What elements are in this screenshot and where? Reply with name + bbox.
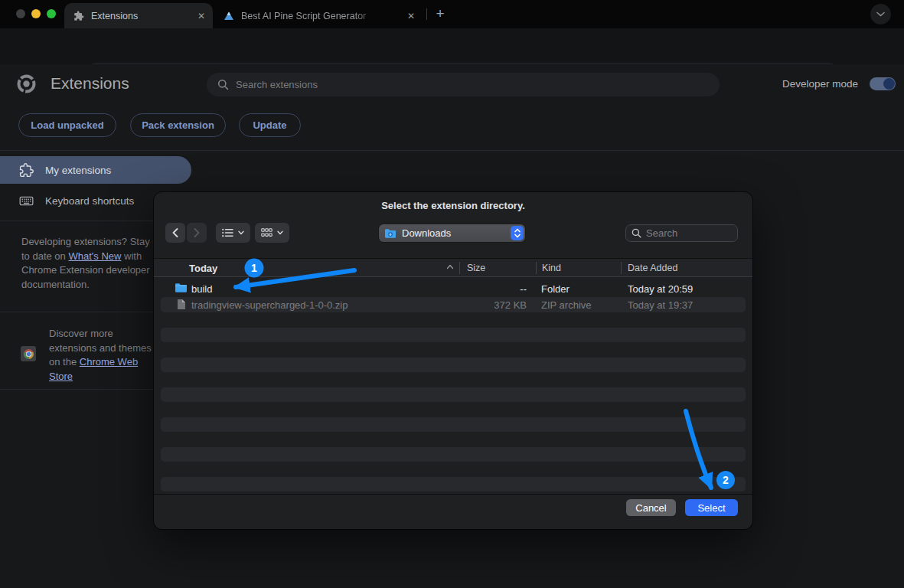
empty-row bbox=[161, 417, 746, 432]
chrome-web-store-icon bbox=[21, 346, 36, 361]
mountain-icon bbox=[224, 11, 234, 21]
empty-row bbox=[161, 358, 746, 372]
list-header: Today Size Kind Date Added bbox=[154, 258, 752, 277]
sort-ascending-icon[interactable] bbox=[446, 264, 454, 270]
sidebar-item-label: Keyboard shortcuts bbox=[45, 195, 134, 207]
load-unpacked-button[interactable]: Load unpacked bbox=[18, 113, 116, 137]
developer-promo-text: Developing extensions? Stay up to date o… bbox=[21, 235, 171, 292]
search-icon bbox=[631, 228, 641, 238]
discover-block: Discover more extensions and themes on t… bbox=[21, 327, 171, 384]
location-dropdown[interactable]: Downloads bbox=[379, 224, 525, 242]
toggle-knob bbox=[883, 78, 895, 90]
developer-mode-toggle[interactable] bbox=[870, 77, 896, 90]
empty-row bbox=[161, 387, 746, 402]
keyboard-icon bbox=[19, 194, 34, 208]
tab-title: Extensions bbox=[91, 11, 138, 21]
chevron-left-icon bbox=[172, 228, 178, 237]
new-tab-button[interactable]: + bbox=[430, 3, 450, 24]
extensions-search[interactable] bbox=[207, 73, 720, 96]
chevron-down-icon bbox=[277, 230, 283, 235]
whats-new-link[interactable]: What's New bbox=[68, 250, 121, 262]
dialog-forward-button[interactable] bbox=[187, 223, 207, 243]
tab-strip: Extensions ✕ Best AI Pine Script Generat… bbox=[0, 0, 904, 28]
empty-row bbox=[161, 447, 746, 462]
extensions-logo-icon bbox=[17, 74, 36, 93]
dialog-title: Select the extension directory. bbox=[154, 200, 752, 211]
sidebar-item-my-extensions[interactable]: My extensions bbox=[0, 156, 191, 184]
file-row-zip[interactable]: tradingview-supercharged-1-0-0.zip 372 K… bbox=[161, 297, 746, 312]
chevron-right-icon bbox=[194, 228, 200, 237]
extensions-search-input[interactable] bbox=[236, 79, 664, 90]
window-close-button[interactable] bbox=[16, 9, 25, 18]
browser-toolbar: Chrome chrome://extensions bbox=[0, 28, 904, 64]
update-button[interactable]: Update bbox=[239, 113, 301, 137]
empty-row bbox=[161, 477, 746, 492]
tab-close-icon[interactable]: ✕ bbox=[407, 11, 415, 21]
dropdown-stepper-icon bbox=[511, 226, 524, 240]
column-kind[interactable]: Kind bbox=[542, 263, 561, 273]
developer-mode-label: Developer mode bbox=[782, 78, 858, 90]
tab-search-button[interactable] bbox=[870, 4, 891, 24]
tab-close-icon[interactable]: ✕ bbox=[197, 11, 205, 21]
page-title: Extensions bbox=[51, 74, 129, 93]
dialog-footer: Cancel Select bbox=[154, 494, 752, 529]
tab-pine-script[interactable]: Best AI Pine Script Generator ✕ bbox=[214, 3, 423, 28]
column-date-added[interactable]: Date Added bbox=[628, 263, 677, 273]
empty-row bbox=[161, 328, 746, 342]
chevron-down-icon bbox=[238, 230, 244, 235]
puzzle-icon bbox=[19, 163, 34, 178]
downloads-folder-icon bbox=[384, 228, 397, 239]
column-size[interactable]: Size bbox=[467, 263, 485, 273]
dialog-search-input[interactable] bbox=[646, 227, 726, 239]
chevron-down-icon bbox=[876, 11, 885, 17]
search-icon bbox=[217, 79, 229, 90]
grid-view-button[interactable] bbox=[255, 223, 289, 243]
list-view-button[interactable] bbox=[216, 223, 250, 243]
pack-extension-button[interactable]: Pack extension bbox=[130, 113, 226, 137]
folder-icon bbox=[175, 283, 188, 293]
dialog-back-button[interactable] bbox=[165, 223, 185, 243]
developer-mode-control: Developer mode bbox=[782, 77, 896, 90]
select-button[interactable]: Select bbox=[685, 499, 738, 516]
browser-window: Extensions ✕ Best AI Pine Script Generat… bbox=[0, 0, 904, 588]
discover-text: Discover more extensions and themes on t… bbox=[49, 327, 157, 384]
window-minimize-button[interactable] bbox=[31, 9, 41, 18]
grid-view-icon bbox=[261, 228, 273, 237]
window-zoom-button[interactable] bbox=[47, 9, 56, 18]
file-row-build[interactable]: build -- Folder Today at 20:59 bbox=[161, 281, 746, 297]
zip-file-icon bbox=[176, 299, 186, 310]
puzzle-icon bbox=[73, 11, 84, 21]
sidebar-item-label: My extensions bbox=[45, 165, 111, 176]
tab-separator bbox=[426, 8, 427, 20]
tab-title: Best AI Pine Script Generator bbox=[241, 11, 379, 21]
file-dialog: Select the extension directory. bbox=[154, 192, 752, 529]
location-label: Downloads bbox=[402, 227, 451, 239]
group-label: Today bbox=[189, 263, 217, 274]
cancel-button[interactable]: Cancel bbox=[626, 499, 676, 516]
tab-extensions[interactable]: Extensions ✕ bbox=[64, 3, 213, 28]
list-view-icon bbox=[222, 228, 233, 237]
dialog-search-field[interactable] bbox=[625, 224, 738, 242]
